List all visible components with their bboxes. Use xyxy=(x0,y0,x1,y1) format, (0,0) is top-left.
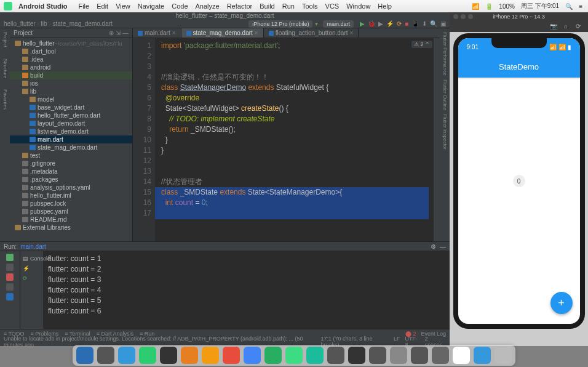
attach-icon[interactable] xyxy=(6,264,14,271)
tree-item[interactable]: .dart_tool xyxy=(10,47,132,55)
tree-item[interactable]: model xyxy=(10,95,132,103)
tree-item[interactable]: .gitignore xyxy=(10,159,132,167)
dock-app-icon[interactable] xyxy=(306,347,324,364)
menu-run[interactable]: Run xyxy=(279,2,298,10)
menu-navigate[interactable]: Navigate xyxy=(134,2,168,10)
tree-item[interactable]: android xyxy=(10,63,132,71)
profile-icon[interactable]: ⚡ xyxy=(386,20,394,27)
dock-app-icon[interactable] xyxy=(244,347,261,364)
dock-app-icon[interactable] xyxy=(223,347,240,364)
run-config-selector[interactable]: main.dart xyxy=(323,20,354,28)
tree-item[interactable]: listview_demo.dart xyxy=(10,127,132,135)
gear-icon[interactable]: ⊕ xyxy=(109,30,114,36)
stop-icon[interactable]: ■ xyxy=(405,20,408,27)
close-tab-icon[interactable]: × xyxy=(172,30,176,36)
tree-item[interactable]: ios xyxy=(10,79,132,87)
menu-vcs[interactable]: VCS xyxy=(322,2,343,10)
menu-window[interactable]: Window xyxy=(343,2,374,10)
run-hide-icon[interactable]: — xyxy=(440,243,446,250)
hot-restart-icon[interactable] xyxy=(6,283,14,291)
run-settings-icon[interactable]: ⚙ xyxy=(431,243,436,250)
debug-icon[interactable]: 🐞 xyxy=(368,20,375,27)
menu-view[interactable]: View xyxy=(112,2,134,10)
dock-app-icon[interactable] xyxy=(264,347,282,364)
hot-reload-icon[interactable]: ⟳ xyxy=(397,20,402,27)
tree-item[interactable]: External Libraries xyxy=(10,224,132,232)
console-output[interactable]: flutter: count = 1flutter: count = 2flut… xyxy=(43,251,450,329)
rotate-icon[interactable]: ⟳ xyxy=(574,23,582,30)
tree-item[interactable]: state_mag_demo.dart xyxy=(10,143,132,151)
tree-item[interactable]: hello_flutter ~/course/VIP_class/iOS/Flu xyxy=(10,39,132,47)
dock-app-icon[interactable] xyxy=(118,347,135,364)
run-icon[interactable]: ▶ xyxy=(360,20,365,27)
dock-app-icon[interactable] xyxy=(432,347,449,364)
device-selector[interactable]: iPhone 12 Pro (mobile) xyxy=(248,20,312,28)
tree-item[interactable]: pubspec.lock xyxy=(10,200,132,208)
avd-icon[interactable]: 📱 xyxy=(411,20,419,27)
menu-code[interactable]: Code xyxy=(168,2,191,10)
close-tab-icon[interactable]: × xyxy=(255,30,258,36)
coverage-icon[interactable]: ▶ xyxy=(378,20,383,27)
dock-app-icon[interactable] xyxy=(76,347,93,364)
dock-app-icon[interactable] xyxy=(369,347,386,364)
tree-item[interactable]: test xyxy=(10,151,132,159)
tree-item[interactable]: layout_demo.dart xyxy=(10,119,132,127)
sdk-icon[interactable]: ⬇ xyxy=(422,20,427,27)
tree-item[interactable]: base_widget.dart xyxy=(10,103,132,111)
search-icon[interactable]: 🔍 xyxy=(430,20,437,27)
tree-item[interactable]: lib xyxy=(10,87,132,95)
reload-icon[interactable]: ⟳ xyxy=(23,275,28,281)
tree-item[interactable]: hello_flutter_demo.dart xyxy=(10,111,132,119)
dock-app-icon[interactable] xyxy=(327,347,344,364)
tree-item[interactable]: .packages xyxy=(10,175,132,184)
bolt-icon[interactable]: ⚡ xyxy=(23,265,30,272)
more-icon[interactable]: ▣ xyxy=(440,20,446,27)
dock-app-icon[interactable] xyxy=(390,347,407,364)
menu-edit[interactable]: Edit xyxy=(93,2,112,10)
devtools-icon[interactable] xyxy=(6,293,14,300)
close-tab-icon[interactable]: × xyxy=(350,30,354,36)
tree-item[interactable]: hello_flutter.iml xyxy=(10,192,132,200)
menu-analyze[interactable]: Analyze xyxy=(192,2,223,10)
flutter-performance-tab[interactable]: Flutter Performance xyxy=(442,32,448,76)
dock-app-icon[interactable] xyxy=(160,347,177,364)
editor-tab[interactable]: state_mag_demo.dart × xyxy=(181,28,264,38)
stop-run-icon[interactable] xyxy=(6,273,14,281)
menu-file[interactable]: File xyxy=(74,2,93,10)
tree-item[interactable]: .metadata xyxy=(10,167,132,175)
editor-tab[interactable]: floating_action_button.dart × xyxy=(264,28,359,38)
menu-build[interactable]: Build xyxy=(256,2,278,10)
dock-app-icon[interactable] xyxy=(97,347,114,364)
tree-item[interactable]: main.dart xyxy=(10,135,132,143)
home-icon[interactable]: ⌂ xyxy=(562,23,570,30)
dock-app-icon[interactable] xyxy=(202,347,219,364)
editor-tab[interactable]: main.dart × xyxy=(133,28,181,38)
rerun-icon[interactable] xyxy=(6,254,14,261)
flutter-inspector-tab[interactable]: Flutter Inspector xyxy=(442,114,448,150)
hide-icon[interactable]: — xyxy=(122,30,129,36)
console-tab[interactable]: ▤ Console xyxy=(20,254,43,264)
dock-app-icon[interactable] xyxy=(348,347,365,364)
collapse-icon[interactable]: ⇲ xyxy=(116,30,121,36)
dock-app-icon[interactable] xyxy=(495,347,512,364)
breadcrumb-item[interactable]: lib xyxy=(41,20,47,27)
tree-item[interactable]: README.md xyxy=(10,216,132,224)
dock-app-icon[interactable] xyxy=(139,347,156,364)
tree-item[interactable]: analysis_options.yaml xyxy=(10,184,132,192)
menu-help[interactable]: Help xyxy=(374,2,395,10)
breadcrumb-item[interactable]: state_mag_demo.dart xyxy=(53,20,113,27)
floating-action-button[interactable]: + xyxy=(550,292,573,314)
project-tree[interactable]: hello_flutter ~/course/VIP_class/iOS/Flu… xyxy=(10,38,132,241)
tree-item[interactable]: build xyxy=(10,71,132,79)
tree-item[interactable]: pubspec.yaml xyxy=(10,208,132,216)
breadcrumb-item[interactable]: hello_flutter xyxy=(4,20,36,27)
dock-app-icon[interactable] xyxy=(453,347,470,364)
dock-app-icon[interactable] xyxy=(285,347,303,364)
dock-app-icon[interactable] xyxy=(181,347,198,364)
favorites-tool-tab[interactable]: Favorites xyxy=(2,89,8,110)
dock-app-icon[interactable] xyxy=(474,347,491,364)
structure-tool-tab[interactable]: Structure xyxy=(2,58,8,78)
menu-tools[interactable]: Tools xyxy=(298,2,322,10)
flutter-outline-tab[interactable]: Flutter Outline xyxy=(442,79,448,110)
project-tool-tab[interactable]: Project xyxy=(2,32,8,47)
